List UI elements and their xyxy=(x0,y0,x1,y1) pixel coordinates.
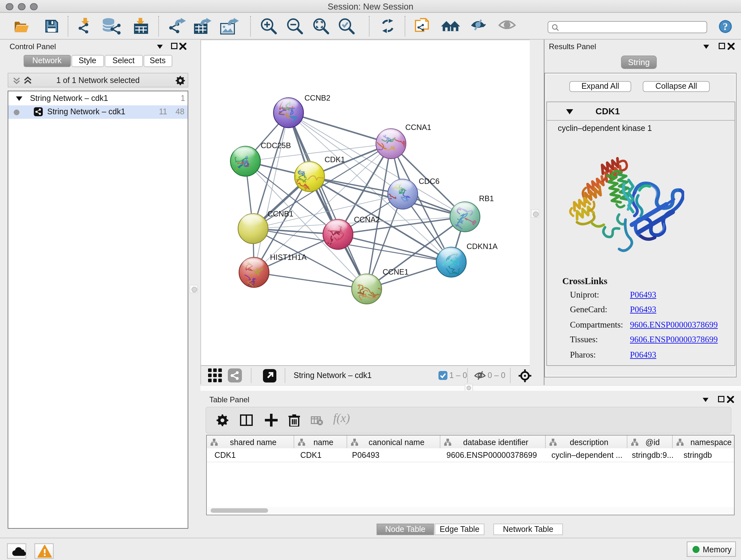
svg-text:CCNE1: CCNE1 xyxy=(383,267,408,276)
svg-text:CCNB2: CCNB2 xyxy=(305,94,330,102)
svg-text:RB1: RB1 xyxy=(479,194,494,203)
svg-text:CDK1: CDK1 xyxy=(325,155,345,164)
svg-text:CCNB1: CCNB1 xyxy=(267,209,293,218)
svg-text:?: ? xyxy=(723,21,728,32)
svg-text:f(x): f(x) xyxy=(333,412,350,425)
svg-text:CDC6: CDC6 xyxy=(419,177,440,186)
svg-text:HIST1H1A: HIST1H1A xyxy=(270,253,307,261)
svg-text:CCNA2: CCNA2 xyxy=(354,215,380,224)
svg-text:CCNA1: CCNA1 xyxy=(405,123,431,132)
svg-text:CDKN1A: CDKN1A xyxy=(467,242,497,251)
svg-text:CDC25B: CDC25B xyxy=(261,141,291,150)
